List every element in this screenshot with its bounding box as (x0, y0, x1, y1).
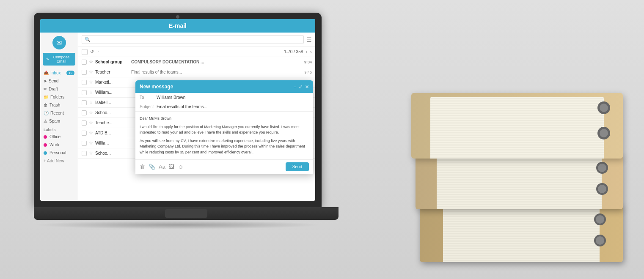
star-icon[interactable]: ☆ (89, 59, 93, 65)
laptop: E-mail ✉ ✎ Compose Email 📥 (34, 13, 339, 258)
compose-to-field[interactable]: To Williams Brown (135, 93, 313, 102)
sidebar-item-send[interactable]: ➤ Send (40, 77, 78, 85)
email-row[interactable]: ☆ Teacher Final results of the teams... … (78, 67, 315, 77)
spam-icon: ⚠ (44, 119, 47, 123)
compose-window: New message − ⤢ ✕ To Williams Brown Subj… (135, 80, 313, 174)
sidebar-item-draft[interactable]: ✏ Draft (40, 85, 78, 93)
email-row[interactable]: ☆ School group COMPULSORY DOCUMENTATION … (78, 57, 315, 67)
scene: E-mail ✉ ✎ Compose Email 📥 (0, 0, 644, 279)
star-icon[interactable]: ☆ (89, 150, 93, 156)
star-icon[interactable]: ☆ (89, 130, 93, 136)
sidebar-item-spam[interactable]: ⚠ Spam (40, 117, 78, 125)
row-checkbox[interactable] (82, 141, 87, 146)
office-dot (44, 135, 47, 139)
star-icon[interactable]: ☆ (89, 120, 93, 126)
row-checkbox[interactable] (82, 151, 87, 156)
add-new-label-button[interactable]: + Add New (40, 157, 78, 165)
search-icon: 🔍 (85, 37, 91, 42)
image-icon[interactable]: 🖼 (169, 164, 174, 170)
binder-middle (416, 154, 623, 209)
inbox-badge: 19 (66, 71, 74, 75)
next-page-button[interactable]: › (310, 49, 312, 55)
pagination-text: 1-70 / 358 (284, 49, 303, 54)
more-actions-icon[interactable]: ⋮ (96, 49, 101, 55)
send-button[interactable]: Send (286, 162, 309, 171)
compose-subject-field[interactable]: Subject Final results of the teams... (135, 102, 313, 112)
compose-body[interactable]: Dear Mr/Ms Brown I would like to apply f… (135, 112, 313, 159)
email-actions-bar: ↺ ⋮ 1-70 / 358 ‹ › (78, 47, 315, 57)
draft-icon: ✏ (44, 87, 47, 91)
compose-title: New message (140, 84, 294, 90)
star-icon[interactable]: ☆ (89, 100, 93, 105)
star-icon[interactable]: ☆ (89, 140, 93, 146)
binder-ring-2 (594, 235, 606, 246)
body-para1: I would like to apply for the position o… (140, 124, 309, 136)
row-checkbox[interactable] (82, 90, 87, 95)
pagination: 1-70 / 358 ‹ › (284, 49, 312, 55)
maximize-button[interactable]: ⤢ (299, 84, 303, 90)
row-checkbox[interactable] (82, 60, 87, 65)
row-checkbox[interactable] (82, 80, 87, 85)
email-toolbar: 🔍 ☰ (78, 33, 315, 47)
app-title: E-mail (169, 22, 187, 29)
emoji-icon[interactable]: ☺ (178, 164, 183, 170)
inbox-icon: 📥 (44, 71, 49, 75)
minimize-button[interactable]: − (294, 84, 296, 89)
row-checkbox[interactable] (82, 110, 87, 115)
row-checkbox[interactable] (82, 131, 87, 136)
font-icon[interactable]: Aa (159, 164, 165, 170)
prev-page-button[interactable]: ‹ (305, 49, 307, 55)
laptop-camera (176, 15, 179, 19)
laptop-screen: E-mail ✉ ✎ Compose Email 📥 (40, 19, 315, 201)
binder-ring-3 (596, 162, 608, 174)
sidebar-item-trash[interactable]: 🗑 Trash (40, 101, 78, 109)
compose-controls: − ⤢ ✕ (294, 84, 309, 90)
send-icon: ➤ (44, 79, 47, 83)
sidebar: ✉ ✎ Compose Email 📥 Inbox 19 (40, 33, 78, 201)
subject-label: Subject (140, 104, 157, 109)
row-checkbox[interactable] (82, 100, 87, 105)
binder-ring-5 (597, 101, 610, 114)
attach-icon[interactable]: 📎 (149, 164, 155, 170)
laptop-base (34, 207, 339, 220)
laptop-touchpad (165, 209, 207, 218)
to-value: Williams Brown (157, 95, 309, 100)
binder-middle-pages (437, 158, 602, 209)
row-checkbox[interactable] (82, 70, 87, 75)
sidebar-item-personal[interactable]: Personal (40, 149, 78, 157)
sidebar-item-inbox[interactable]: 📥 Inbox 19 (40, 69, 78, 77)
star-icon[interactable]: ☆ (89, 110, 93, 115)
binder-ring-6 (597, 127, 610, 140)
binder-top (411, 93, 623, 159)
compose-header: New message − ⤢ ✕ (135, 80, 313, 93)
compose-button[interactable]: ✎ Compose Email (43, 53, 75, 66)
delete-icon[interactable]: 🗑 (140, 164, 145, 170)
close-button[interactable]: ✕ (305, 84, 309, 90)
select-all-checkbox[interactable] (82, 49, 88, 55)
refresh-icon[interactable]: ↺ (90, 49, 94, 55)
star-icon[interactable]: ☆ (89, 90, 93, 95)
binders-stack (411, 76, 623, 262)
subject-value: Final results of the teams... (157, 104, 309, 109)
pencil-icon: ✎ (46, 57, 50, 61)
star-icon[interactable]: ☆ (89, 79, 93, 85)
row-checkbox[interactable] (82, 120, 87, 126)
email-app-header: E-mail (40, 19, 315, 33)
binder-bottom-pages (443, 208, 600, 262)
sidebar-item-office[interactable]: Office (40, 133, 78, 141)
binder-top-pages (430, 97, 604, 159)
search-input[interactable] (92, 37, 301, 42)
sidebar-item-work[interactable]: Work (40, 141, 78, 149)
trash-icon: 🗑 (44, 103, 48, 107)
body-para2: As you will see from my CV, I have exten… (140, 138, 309, 156)
star-icon[interactable]: ☆ (89, 69, 93, 75)
binder-ring-4 (596, 183, 608, 195)
sidebar-item-folders[interactable]: 📁 Folders (40, 93, 78, 101)
laptop-screen-outer: E-mail ✉ ✎ Compose Email 📥 (34, 13, 322, 207)
work-dot (44, 143, 47, 147)
search-bar[interactable]: 🔍 (82, 35, 304, 44)
menu-icon[interactable]: ☰ (306, 36, 312, 43)
binder-ring-1 (594, 213, 606, 225)
recent-icon: 🕐 (44, 111, 49, 115)
sidebar-item-recent[interactable]: 🕐 Recent (40, 109, 78, 117)
